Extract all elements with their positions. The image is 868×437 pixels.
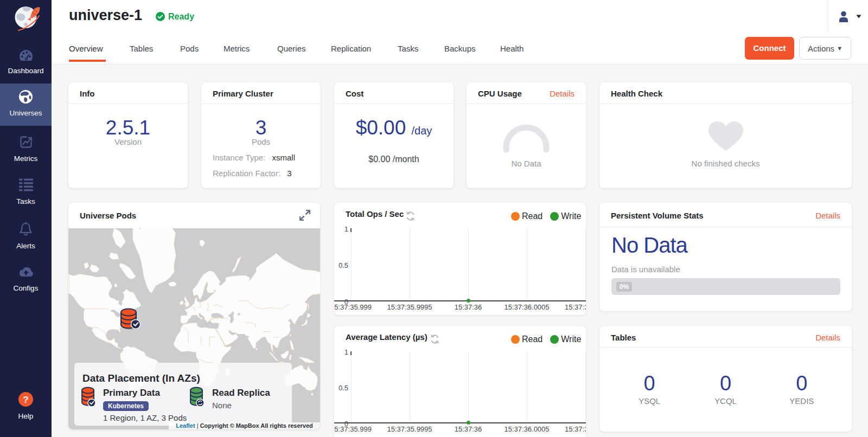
svg-text:?: ? <box>23 395 28 405</box>
